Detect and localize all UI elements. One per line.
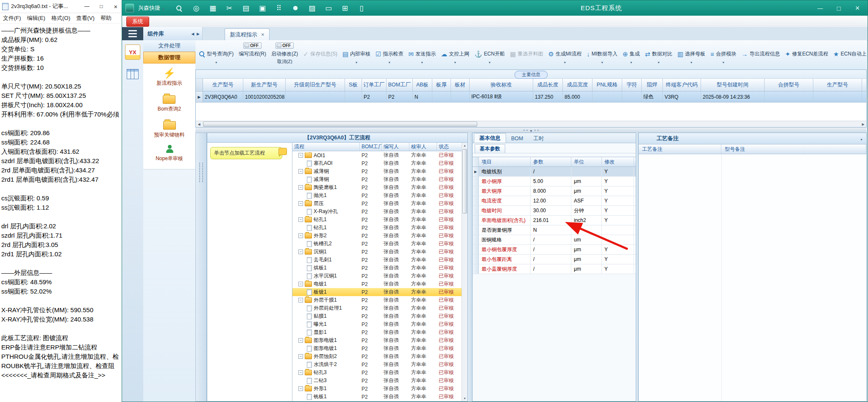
param-value[interactable]: / <box>531 264 571 274</box>
tree-row[interactable]: 水洗烘干2P2张自强方幸幸已审核 <box>292 360 462 369</box>
apps-icon[interactable]: ⠿ <box>275 4 283 13</box>
toolbar-button-16[interactable]: →导出流程信息 <box>739 41 782 70</box>
tree-row[interactable]: −外层干膜1P2张自强方幸幸已审核 <box>292 296 462 304</box>
tree-row[interactable]: 塞孔AOIP2张自强方幸幸已审核 <box>292 159 462 167</box>
tab-1[interactable]: BOM <box>506 134 528 143</box>
param-value[interactable]: 5.00 <box>531 177 571 186</box>
tree-row[interactable]: 水平沉铜1P2张自强方幸幸已审核 <box>292 272 462 280</box>
tree-row[interactable]: −沉铜1P2张自强方幸幸已审核 <box>292 248 462 256</box>
tree-row[interactable]: −外形2P2张自强方幸幸已审核 <box>292 232 462 240</box>
column-header-15[interactable]: 终端客户代码 <box>663 79 701 91</box>
data-management-button[interactable]: 数据管理 <box>143 52 195 64</box>
notepad-close-button[interactable] <box>110 0 122 12</box>
off-toggle[interactable]: OFF <box>275 42 294 49</box>
toolbar-button-8[interactable]: ⚓ECN开船 <box>472 41 507 70</box>
dropdown-icon[interactable] <box>215 59 218 64</box>
column-header-7[interactable]: 板厚 <box>432 79 451 91</box>
toolbar-button-4[interactable]: ▤内部审核 <box>340 41 373 70</box>
pin-panel-icon[interactable] <box>197 32 200 36</box>
expand-icon[interactable]: − <box>298 185 303 190</box>
toolbar-button-13[interactable]: ⇄数据对比 <box>643 41 675 70</box>
column-header-8[interactable]: 板材 <box>451 79 470 91</box>
column-header-2[interactable]: 升级前旧生产型号 <box>286 79 345 91</box>
expand-icon[interactable]: − <box>298 282 303 286</box>
param-value[interactable]: 30.00 <box>531 206 571 215</box>
tree-scrollbar-thumb[interactable] <box>462 149 467 213</box>
user-icon[interactable]: ☻ <box>292 4 299 12</box>
toolbar-button-0[interactable]: 型号查询(F) <box>196 41 236 70</box>
expand-icon[interactable]: − <box>298 201 303 206</box>
minimize-button[interactable] <box>811 0 829 16</box>
column-header-11[interactable]: 成品宽度 <box>563 79 593 91</box>
hamburger-menu-icon[interactable] <box>122 27 143 40</box>
param-value[interactable]: / <box>531 167 571 176</box>
notes-dropdown-icon[interactable] <box>860 133 863 144</box>
dropdown-icon[interactable] <box>722 59 725 64</box>
expand-icon[interactable]: − <box>298 250 303 254</box>
tree-row[interactable]: 抛光1P2张自强方幸幸已审核 <box>292 191 462 200</box>
tab-basic-params[interactable]: 基本参数 <box>475 144 505 153</box>
tree-row[interactable]: 铣板1P2张自强方幸幸已审核 <box>292 393 462 401</box>
table-icon[interactable]: ▦ <box>209 4 217 13</box>
tree-row[interactable]: −外层前处理1P2张自强方幸幸已审核 <box>292 401 462 401</box>
params-row[interactable]: 最小盖覆铜厚度/μmY <box>473 264 636 274</box>
windows-icon[interactable]: ⊞ <box>341 4 349 13</box>
sidebar-item-0[interactable]: ⚡新流程指示 <box>157 69 182 87</box>
param-value[interactable]: 8.000 <box>531 186 571 196</box>
tree-row[interactable]: 烘板1P2张自强方幸幸已审核 <box>292 264 462 272</box>
scroll-up-icon[interactable] <box>463 143 466 148</box>
params-row[interactable]: 最大铜厚8.000μmY <box>473 186 636 196</box>
params-row[interactable]: 最小包覆距离/μmY <box>473 255 636 264</box>
expand-icon[interactable]: − <box>298 298 303 302</box>
scroll-left-icon[interactable] <box>196 122 202 126</box>
off-toggle[interactable]: OFF <box>243 42 262 49</box>
dropdown-icon[interactable] <box>488 59 491 64</box>
notepad-minimize-button[interactable] <box>81 0 93 12</box>
tree-row[interactable]: 显影1P2张自强方幸幸已审核 <box>292 328 462 336</box>
tree-vertical-scrollbar[interactable] <box>462 143 467 401</box>
expand-icon[interactable]: − <box>298 386 303 391</box>
tab-0[interactable]: 基本信息 <box>474 133 506 143</box>
notebook-icon[interactable]: ▯ <box>358 4 365 13</box>
toolbar-button-9[interactable]: ▦重选开料图 <box>507 41 545 70</box>
params-row[interactable]: 面铜规格/um <box>473 235 636 245</box>
param-value[interactable]: / <box>531 245 571 254</box>
dropdown-icon[interactable] <box>388 59 391 64</box>
system-button[interactable]: 系统 <box>126 17 149 27</box>
tree-row[interactable]: 图形电镀1P2张自强方幸幸已审核 <box>292 344 462 352</box>
vertical-splitter-1[interactable] <box>468 133 472 402</box>
param-value[interactable]: / <box>531 255 571 264</box>
params-row[interactable]: 最小铜厚5.00μmY <box>473 177 636 186</box>
tab-2[interactable]: 工时 <box>528 134 549 143</box>
params-row[interactable]: 是否测量铜厚N <box>473 225 636 235</box>
sidebar-item-1[interactable]: Bom查询2 <box>158 93 181 113</box>
toolbar-button-1[interactable]: OFF编写流程(R) <box>236 41 269 70</box>
tree-row[interactable]: −电镀1P2张自强方幸幸已审核 <box>292 280 462 288</box>
toolbar-button-6[interactable]: ✉发送指示 <box>406 41 439 70</box>
close-tab-icon[interactable] <box>261 31 264 38</box>
toolbar-button-5[interactable]: ☑指示检查 <box>373 41 406 70</box>
tree-row[interactable]: −减薄铜P2张自强方幸幸已审核 <box>292 167 462 175</box>
tree-row[interactable]: X-Ray冲孔P2张自强方幸幸已审核 <box>292 208 462 216</box>
toolbar-button-14[interactable]: ▥选择母板 <box>675 41 708 70</box>
dropdown-icon[interactable] <box>657 59 660 64</box>
notepad-text-area[interactable]: ——广州兴森快捷拼板信息——成品板厚(MM): 0.62交货单位: S生产拼板数… <box>0 24 122 402</box>
sidebar-item-2[interactable]: 预审关键物料 <box>154 119 185 139</box>
tree-row[interactable]: −图形电镀1P2张自强方幸幸已审核 <box>292 336 462 344</box>
dropdown-icon[interactable] <box>630 59 633 64</box>
column-header-6[interactable]: AB板 <box>413 79 432 91</box>
params-row[interactable]: 电流密度12.00ASFY <box>473 196 636 206</box>
toolbar-button-11[interactable]: ↓MI数据导入 <box>584 41 620 70</box>
tree-row[interactable]: −外层蚀刻2P2张自强方幸幸已审核 <box>292 352 462 360</box>
monitor-icon[interactable]: ▭ <box>325 4 332 13</box>
param-value[interactable]: / <box>531 235 571 244</box>
column-header-17[interactable]: 合拼型号 <box>765 79 813 91</box>
close-button[interactable] <box>848 0 867 16</box>
data-grid-icon[interactable] <box>127 69 139 79</box>
scroll-right-icon[interactable] <box>860 122 866 126</box>
dropdown-icon[interactable] <box>355 59 358 64</box>
yx-logo-icon[interactable]: YX <box>125 44 140 60</box>
scissors-icon[interactable]: ✂ <box>225 4 233 13</box>
tree-row[interactable]: −外形1P2张自强方幸幸已审核 <box>292 385 462 393</box>
quick-access-label[interactable]: 兴森快捷 <box>138 4 165 12</box>
